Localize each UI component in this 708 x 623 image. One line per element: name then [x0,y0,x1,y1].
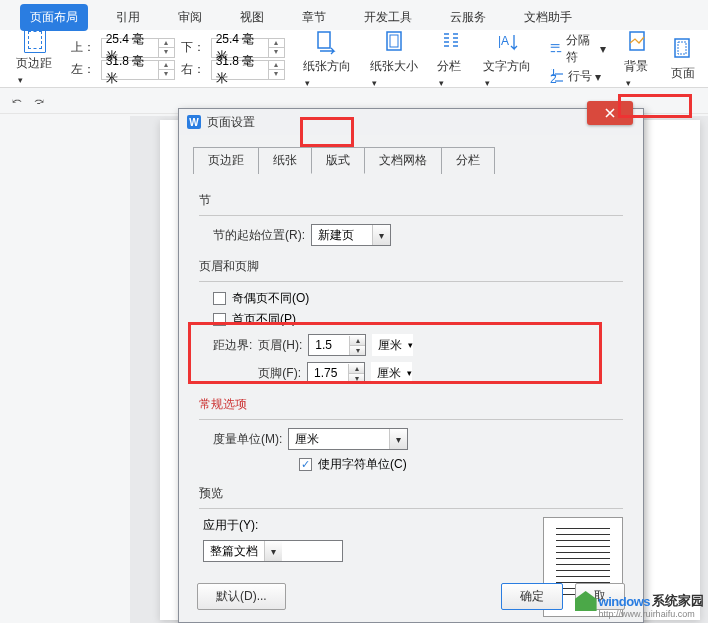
header-footer-group-label: 页眉和页脚 [199,258,623,275]
section-start-select[interactable]: 新建页▾ [311,224,391,246]
watermark-brand1: windows [599,594,650,609]
dialog-tabs: 页边距 纸张 版式 文档网格 分栏 [179,135,643,174]
from-edge-label: 距边界: [213,337,252,354]
footer-label: 页脚(F): [258,365,301,382]
text-direction-dropdown[interactable]: |A 文字方向▾ [483,29,532,89]
header-label: 页眉(H): [258,337,302,354]
default-button[interactable]: 默认(D)... [197,583,286,610]
margins-icon [24,27,46,53]
quick-redo[interactable]: ⤼ [34,94,44,108]
margin-left-label: 左： [71,61,95,78]
footer-distance-row: 距边界: 页脚(F): 1.75▴▾ 厘米▾ [213,362,623,384]
measure-unit-label: 度量单位(M): [213,431,282,448]
background-dropdown[interactable]: 背景▾ [624,29,652,89]
first-page-checkbox-row[interactable]: 首页不同(P) [213,311,623,328]
page-border-icon [670,36,696,62]
orientation-dropdown[interactable]: 纸张方向▾ [303,29,352,89]
general-group-label: 常规选项 [199,396,623,413]
tab-view[interactable]: 视图 [230,4,274,31]
orientation-icon [314,29,340,55]
tab-doc-grid[interactable]: 文档网格 [364,147,442,174]
page-border-button[interactable]: 页面 [670,36,696,82]
tab-references[interactable]: 引用 [106,4,150,31]
margin-left-input[interactable]: 31.8 毫米▴▾ [101,60,175,80]
tab-paper[interactable]: 纸张 [258,147,312,174]
section-group-label: 节 [199,192,623,209]
line-numbers-dropdown[interactable]: 12行号▾ [549,68,606,85]
page-setup-dialog: W 页面设置 页边距 纸张 版式 文档网格 分栏 节 节的起始位置(R): 新建… [178,108,644,623]
dialog-title: 页面设置 [207,114,255,131]
margin-top-label: 上： [71,39,95,56]
dialog-button-row: 默认(D)... 确定 取 [197,583,625,610]
margins-label: 页边距▾ [16,55,55,90]
measure-unit-row: 度量单位(M): 厘米▾ [213,428,623,450]
apply-to-label: 应用于(Y): [203,517,523,534]
char-unit-checkbox-row[interactable]: ✓ 使用字符单位(C) [299,456,623,473]
columns-dropdown[interactable]: 分栏▾ [437,29,465,89]
footer-unit-select[interactable]: 厘米▾ [371,362,412,384]
odd-even-checkbox-row[interactable]: 奇偶页不同(O) [213,290,623,307]
char-unit-checkbox[interactable]: ✓ [299,458,312,471]
quick-undo[interactable]: ⤺ [12,94,22,108]
section-start-label: 节的起始位置(R): [213,227,305,244]
tab-sections[interactable]: 章节 [292,4,336,31]
odd-even-label: 奇偶页不同(O) [232,290,309,307]
first-page-label: 首页不同(P) [232,311,296,328]
dialog-body: 节 节的起始位置(R): 新建页▾ 页眉和页脚 奇偶页不同(O) 首页不同(P)… [179,174,643,623]
footer-distance-input[interactable]: 1.75▴▾ [307,362,365,384]
dialog-titlebar: W 页面设置 [179,109,643,135]
svg-rect-22 [678,42,686,54]
margin-values-grid: 上： 25.4 毫米▴▾ 下： 25.4 毫米▴▾ 左： 31.8 毫米▴▾ 右… [71,38,285,80]
margin-bottom-label: 下： [181,39,205,56]
section-start-row: 节的起始位置(R): 新建页▾ [213,224,623,246]
line-number-icon: 12 [549,69,565,85]
margins-dropdown[interactable]: 页边距▾ [12,23,59,94]
header-distance-input[interactable]: 1.5▴▾ [308,334,366,356]
close-icon [602,107,618,119]
tab-columns[interactable]: 分栏 [441,147,495,174]
columns-icon [438,29,464,55]
tab-review[interactable]: 审阅 [168,4,212,31]
tab-layout[interactable]: 版式 [311,147,365,174]
tab-doc-helper[interactable]: 文档助手 [514,4,582,31]
apply-to-select[interactable]: 整篇文档▾ [203,540,343,562]
margin-right-input[interactable]: 31.8 毫米▴▾ [211,60,285,80]
ribbon-content: 页边距▾ 上： 25.4 毫米▴▾ 下： 25.4 毫米▴▾ 左： 31.8 毫… [0,30,708,88]
watermark-url: http://www.ruirhaifu.com [599,609,695,619]
paper-size-dropdown[interactable]: 纸张大小▾ [370,29,419,89]
svg-text:|A: |A [498,34,509,48]
ribbon-small-group: 分隔符▾ 12行号▾ [549,32,606,85]
background-icon [625,29,651,55]
tab-dev-tools[interactable]: 开发工具 [354,4,422,31]
breaks-dropdown[interactable]: 分隔符▾ [549,32,606,66]
watermark: windows 系统家园 http://www.ruirhaifu.com [575,591,704,611]
preview-group-label: 预览 [199,485,623,502]
odd-even-checkbox[interactable] [213,292,226,305]
measure-unit-select[interactable]: 厘米▾ [288,428,408,450]
tab-cloud[interactable]: 云服务 [440,4,496,31]
svg-rect-2 [390,35,398,47]
house-icon [575,591,597,611]
close-button[interactable] [587,101,633,125]
tab-margins[interactable]: 页边距 [193,147,259,174]
margin-right-label: 右： [181,61,205,78]
first-page-checkbox[interactable] [213,313,226,326]
header-unit-select[interactable]: 厘米▾ [372,334,413,356]
svg-rect-0 [318,32,330,48]
watermark-brand2: 系统家园 [652,592,704,610]
text-direction-icon: |A [495,29,521,55]
paper-size-icon [382,29,408,55]
breaks-icon [549,41,563,57]
ok-button[interactable]: 确定 [501,583,563,610]
char-unit-label: 使用字符单位(C) [318,456,407,473]
ribbon-tabs: 页面布局 引用 审阅 视图 章节 开发工具 云服务 文档助手 [0,0,708,30]
app-icon: W [187,115,201,129]
header-distance-row: 距边界: 页眉(H): 1.5▴▾ 厘米▾ [213,334,623,356]
